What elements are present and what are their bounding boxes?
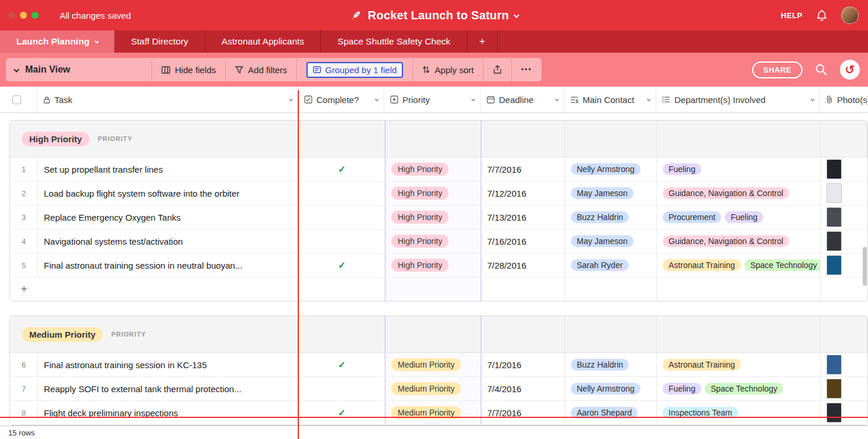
vertical-scrollbar-thumb[interactable]: [863, 247, 867, 286]
departments-cell[interactable]: Fueling Space Technology: [657, 377, 821, 400]
tab-space-shuttle-safety-check[interactable]: Space Shuttle Safety Check: [321, 30, 467, 53]
departments-cell[interactable]: Astronaut Training Space Technology: [657, 253, 821, 277]
complete-cell[interactable]: ✓: [299, 401, 385, 424]
group-header[interactable]: Medium Priority PRIORITY: [10, 316, 867, 353]
task-cell[interactable]: Replace Emergency Oxygen Tanks: [38, 205, 299, 229]
complete-cell[interactable]: [299, 229, 385, 253]
complete-cell[interactable]: ✓: [299, 253, 385, 277]
task-cell[interactable]: Load backup flight system software into …: [38, 181, 299, 205]
zoom-window-button[interactable]: [32, 12, 39, 19]
deadline-cell[interactable]: 7/7/2016: [481, 157, 565, 181]
table-row[interactable]: 8 Flight deck preliminary inspections ✓ …: [10, 401, 867, 425]
departments-cell[interactable]: Inspections Team: [657, 401, 821, 424]
photo-cell[interactable]: [821, 401, 867, 424]
photo-cell[interactable]: [821, 253, 867, 277]
departments-cell[interactable]: Astronaut Training: [657, 353, 821, 376]
complete-cell[interactable]: ✓: [299, 353, 385, 376]
select-all-checkbox[interactable]: [12, 95, 21, 104]
table-row[interactable]: 1 Set up propellant transfer lines ✓ Hig…: [10, 157, 867, 181]
add-record-row[interactable]: +: [10, 277, 867, 301]
priority-cell[interactable]: Medium Priority: [385, 401, 481, 424]
photo-cell[interactable]: [821, 353, 867, 376]
complete-cell[interactable]: [299, 377, 385, 400]
contact-cell[interactable]: Nelly Armstrong: [565, 377, 657, 400]
priority-cell[interactable]: High Priority: [385, 253, 481, 277]
contact-cell[interactable]: Sarah Ryder: [565, 253, 657, 277]
priority-cell[interactable]: Medium Priority: [385, 353, 481, 376]
column-header-deadline[interactable]: Deadline: [481, 87, 564, 112]
add-record-button[interactable]: +: [10, 283, 38, 296]
departments-cell[interactable]: Guidance, Navigation & Control: [657, 229, 821, 253]
contact-cell[interactable]: May Jameson: [565, 229, 657, 253]
table-row[interactable]: 5 Final astronaut training session in ne…: [10, 253, 867, 277]
help-button[interactable]: HELP: [781, 11, 802, 20]
complete-cell[interactable]: ✓: [299, 157, 385, 181]
task-cell[interactable]: Flight deck preliminary inspections: [38, 401, 299, 424]
task-cell[interactable]: Set up propellant transfer lines: [38, 157, 299, 181]
deadline-cell[interactable]: 7/28/2016: [481, 253, 565, 277]
base-title-menu[interactable]: Rocket Launch to Saturn: [350, 9, 518, 22]
deadline-cell[interactable]: 7/1/2016: [481, 353, 565, 376]
table-row[interactable]: 7 Reapply SOFI to external tank thermal …: [10, 377, 867, 401]
column-header-photos[interactable]: Photo(s): [820, 87, 868, 112]
column-header-task[interactable]: Task: [37, 87, 298, 112]
task-cell[interactable]: Final astronaut training session in KC-1…: [38, 353, 299, 376]
photo-cell[interactable]: [821, 181, 867, 205]
contact-cell[interactable]: Aaron Shepard: [565, 401, 657, 424]
deadline-cell[interactable]: 7/12/2016: [481, 181, 565, 205]
departments-cell[interactable]: Fueling: [657, 157, 821, 181]
complete-cell[interactable]: [299, 205, 385, 229]
minimize-window-button[interactable]: [20, 12, 27, 19]
user-avatar[interactable]: [841, 6, 859, 24]
group-header[interactable]: High Priority PRIORITY: [10, 121, 867, 157]
deadline-cell[interactable]: 7/7/2016: [481, 401, 565, 424]
select-all-cell[interactable]: [0, 87, 37, 112]
deadline-cell[interactable]: 7/13/2016: [481, 205, 565, 229]
column-header-complete[interactable]: Complete?: [298, 87, 384, 112]
table-row[interactable]: 2 Load backup flight system software int…: [10, 181, 867, 205]
share-view-button[interactable]: [484, 58, 512, 81]
table-row[interactable]: 4 Navigational systems test/activation H…: [10, 229, 867, 253]
tab-staff-directory[interactable]: Staff Directory: [115, 30, 205, 53]
priority-cell[interactable]: Medium Priority: [385, 377, 481, 400]
tab-launch-planning[interactable]: Launch Planning: [0, 30, 115, 53]
hide-fields-button[interactable]: Hide fields: [152, 58, 226, 81]
photo-cell[interactable]: [821, 157, 867, 181]
priority-cell[interactable]: High Priority: [385, 229, 481, 253]
task-cell[interactable]: Reapply SOFI to external tank thermal pr…: [38, 377, 299, 400]
search-icon[interactable]: [814, 63, 828, 77]
departments-cell[interactable]: Procurement Fueling: [657, 205, 821, 229]
task-cell[interactable]: Navigational systems test/activation: [38, 229, 299, 253]
more-options-button[interactable]: •••: [512, 58, 542, 81]
contact-cell[interactable]: Nelly Armstrong: [565, 157, 657, 181]
priority-cell[interactable]: High Priority: [385, 157, 481, 181]
complete-cell[interactable]: [299, 181, 385, 205]
apply-sort-button[interactable]: Apply sort: [413, 58, 484, 81]
column-header-main-contact[interactable]: Main Contact: [564, 87, 656, 112]
window-controls[interactable]: [8, 12, 39, 19]
group-button[interactable]: Grouped by 1 field: [297, 58, 414, 81]
history-button[interactable]: ↺: [840, 60, 860, 80]
contact-cell[interactable]: Buzz Haldrin: [565, 353, 657, 376]
close-window-button[interactable]: [8, 12, 15, 19]
table-row[interactable]: 3 Replace Emergency Oxygen Tanks High Pr…: [10, 205, 867, 229]
column-header-departments[interactable]: Department(s) Involved: [656, 87, 820, 112]
departments-cell[interactable]: Guidance, Navigation & Control: [657, 181, 821, 205]
contact-cell[interactable]: May Jameson: [565, 181, 657, 205]
task-cell[interactable]: Final astronaut training session in neut…: [38, 253, 299, 277]
view-switcher[interactable]: Main View: [6, 58, 152, 81]
photo-cell[interactable]: [821, 377, 867, 400]
table-row[interactable]: 6 Final astronaut training session in KC…: [10, 353, 867, 377]
deadline-cell[interactable]: 7/4/2016: [481, 377, 565, 400]
share-button[interactable]: SHARE: [752, 61, 802, 78]
notifications-bell-icon[interactable]: [815, 9, 828, 22]
contact-cell[interactable]: Buzz Haldrin: [565, 205, 657, 229]
priority-cell[interactable]: High Priority: [385, 181, 481, 205]
deadline-cell[interactable]: 7/16/2016: [481, 229, 565, 253]
add-filters-button[interactable]: Add filters: [226, 58, 297, 81]
tab-astronaut-applicants[interactable]: Astronaut Applicants: [205, 30, 321, 53]
priority-cell[interactable]: High Priority: [385, 205, 481, 229]
column-header-priority[interactable]: Priority: [384, 87, 481, 112]
photo-cell[interactable]: [821, 205, 867, 229]
add-table-button[interactable]: +: [467, 30, 498, 53]
